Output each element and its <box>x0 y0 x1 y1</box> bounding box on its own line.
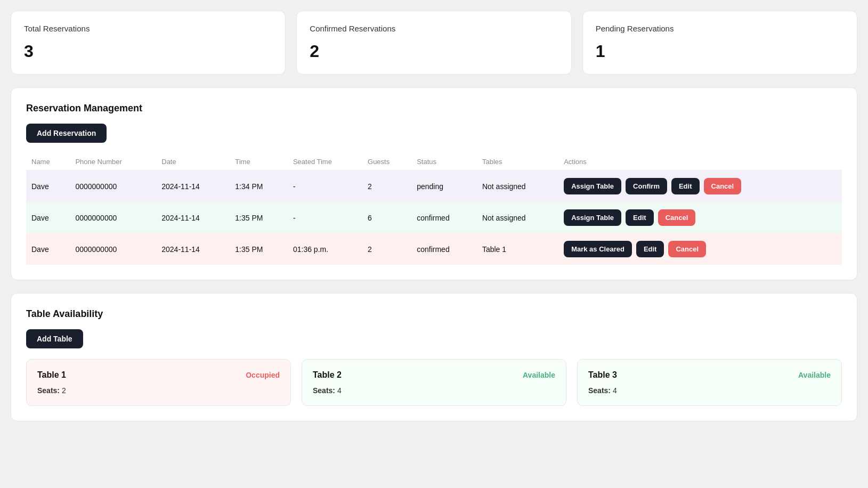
reservation-management-title: Reservation Management <box>26 103 842 114</box>
reservations-table: Name Phone Number Date Time Seated Time … <box>26 153 842 265</box>
pending-reservations-value: 1 <box>596 42 844 61</box>
table-card: Table 1OccupiedSeats: 2 <box>26 359 291 406</box>
total-reservations-card: Total Reservations 3 <box>11 11 286 75</box>
confirmed-reservations-label: Confirmed Reservations <box>310 24 558 33</box>
table-row: Dave00000000002024-11-141:35 PM01:36 p.m… <box>26 233 842 265</box>
table-card-name: Table 2 <box>313 370 342 380</box>
table-card-header: Table 3Available <box>588 370 831 380</box>
phone-cell: 0000000000 <box>70 202 156 233</box>
reservations-table-header: Name Phone Number Date Time Seated Time … <box>26 153 842 170</box>
seated-time-cell: 01:36 p.m. <box>288 233 362 265</box>
total-reservations-value: 3 <box>24 42 272 61</box>
name-cell: Dave <box>26 202 70 233</box>
total-reservations-label: Total Reservations <box>24 24 272 33</box>
status-cell: pending <box>411 170 477 202</box>
tables-cell: Not assigned <box>477 202 558 233</box>
seated-time-cell: - <box>288 170 362 202</box>
header-row: Name Phone Number Date Time Seated Time … <box>26 153 842 170</box>
reservation-management-section: Reservation Management Add Reservation N… <box>11 87 857 280</box>
table-availability-section: Table Availability Add Table Table 1Occu… <box>11 293 857 421</box>
table-card-status: Available <box>523 371 555 379</box>
table-card-status: Available <box>798 371 831 379</box>
date-cell: 2024-11-14 <box>156 202 230 233</box>
add-reservation-button[interactable]: Add Reservation <box>26 124 107 143</box>
actions-cell: Mark as ClearedEditCancel <box>558 233 842 265</box>
stats-row: Total Reservations 3 Confirmed Reservati… <box>11 11 857 75</box>
date-cell: 2024-11-14 <box>156 170 230 202</box>
add-table-button[interactable]: Add Table <box>26 329 83 348</box>
name-cell: Dave <box>26 233 70 265</box>
mark-as-cleared-button[interactable]: Mark as Cleared <box>564 241 632 257</box>
edit-button[interactable]: Edit <box>626 209 654 226</box>
tables-cell: Not assigned <box>477 170 558 202</box>
table-cards-row: Table 1OccupiedSeats: 2Table 2AvailableS… <box>26 359 842 406</box>
table-card-seats: Seats: 4 <box>313 386 555 395</box>
actions-cell: Assign TableEditCancel <box>558 202 842 233</box>
confirm-button[interactable]: Confirm <box>626 178 667 194</box>
table-card: Table 3AvailableSeats: 4 <box>577 359 842 406</box>
table-card-seats: Seats: 2 <box>37 386 280 395</box>
pending-reservations-card: Pending Reservations 1 <box>582 11 857 75</box>
phone-cell: 0000000000 <box>70 170 156 202</box>
confirmed-reservations-value: 2 <box>310 42 558 61</box>
pending-reservations-label: Pending Reservations <box>596 24 844 33</box>
cancel-button[interactable]: Cancel <box>658 209 696 226</box>
table-card: Table 2AvailableSeats: 4 <box>302 359 566 406</box>
date-cell: 2024-11-14 <box>156 233 230 265</box>
actions-cell: Assign TableConfirmEditCancel <box>558 170 842 202</box>
phone-cell: 0000000000 <box>70 233 156 265</box>
guests-cell: 6 <box>362 202 411 233</box>
col-tables: Tables <box>477 153 558 170</box>
confirmed-reservations-card: Confirmed Reservations 2 <box>296 11 571 75</box>
table-row: Dave00000000002024-11-141:35 PM-6confirm… <box>26 202 842 233</box>
col-seated-time: Seated Time <box>288 153 362 170</box>
reservations-table-body: Dave00000000002024-11-141:34 PM-2pending… <box>26 170 842 265</box>
edit-button[interactable]: Edit <box>671 178 700 194</box>
tables-cell: Table 1 <box>477 233 558 265</box>
col-actions: Actions <box>558 153 842 170</box>
table-card-header: Table 2Available <box>313 370 555 380</box>
col-date: Date <box>156 153 230 170</box>
table-card-status: Occupied <box>246 371 280 379</box>
table-card-name: Table 1 <box>37 370 66 380</box>
table-card-header: Table 1Occupied <box>37 370 280 380</box>
col-phone: Phone Number <box>70 153 156 170</box>
table-availability-title: Table Availability <box>26 308 842 320</box>
assign-table-button[interactable]: Assign Table <box>564 178 621 194</box>
time-cell: 1:35 PM <box>230 202 288 233</box>
seated-time-cell: - <box>288 202 362 233</box>
table-card-name: Table 3 <box>588 370 617 380</box>
status-cell: confirmed <box>411 202 477 233</box>
col-status: Status <box>411 153 477 170</box>
guests-cell: 2 <box>362 233 411 265</box>
name-cell: Dave <box>26 170 70 202</box>
assign-table-button[interactable]: Assign Table <box>564 209 621 226</box>
col-time: Time <box>230 153 288 170</box>
col-name: Name <box>26 153 70 170</box>
guests-cell: 2 <box>362 170 411 202</box>
col-guests: Guests <box>362 153 411 170</box>
time-cell: 1:34 PM <box>230 170 288 202</box>
table-row: Dave00000000002024-11-141:34 PM-2pending… <box>26 170 842 202</box>
edit-button[interactable]: Edit <box>636 241 664 257</box>
cancel-button[interactable]: Cancel <box>704 178 742 194</box>
time-cell: 1:35 PM <box>230 233 288 265</box>
status-cell: confirmed <box>411 233 477 265</box>
table-card-seats: Seats: 4 <box>588 386 831 395</box>
cancel-button[interactable]: Cancel <box>668 241 706 257</box>
